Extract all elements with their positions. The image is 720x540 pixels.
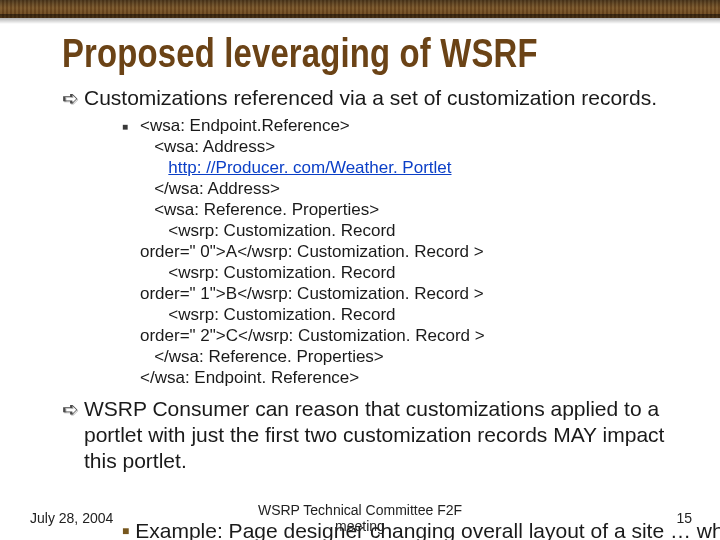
code-line: </wsa: Endpoint. Reference> — [140, 368, 359, 387]
code-line: <wsa: Reference. Properties> — [140, 200, 379, 219]
xml-code-block: <wsa: Endpoint.Reference> <wsa: Address>… — [140, 115, 485, 388]
code-line: <wsa: Endpoint.Reference> — [140, 116, 350, 135]
footer-center: WSRP Technical Committee F2F meeting — [220, 502, 500, 534]
code-line: order=" 1">B</wsrp: Customization. Recor… — [140, 284, 484, 303]
url-link[interactable]: http: //Producer. com/Weather. Portlet — [168, 158, 451, 177]
bullet-text: WSRP Consumer can reason that customizat… — [84, 396, 702, 474]
bullet-item: ➪ Customizations referenced via a set of… — [62, 85, 702, 111]
decorative-top-band — [0, 0, 720, 24]
code-line: </wsa: Reference. Properties> — [140, 347, 384, 366]
footer-center-line2: meeting — [335, 518, 385, 534]
bullet-item: ➪ WSRP Consumer can reason that customiz… — [62, 396, 702, 474]
slide-content: ➪ Customizations referenced via a set of… — [0, 85, 720, 474]
square-bullet-icon: ■ — [122, 524, 129, 538]
arrow-icon: ➪ — [62, 85, 84, 111]
slide-title: Proposed leveraging of WSRF — [0, 24, 720, 85]
code-subitem: ■ <wsa: Endpoint.Reference> <wsa: Addres… — [122, 115, 702, 388]
code-line: <wsrp: Customization. Record — [140, 221, 396, 240]
footer-center-line1: WSRP Technical Committee F2F — [258, 502, 462, 518]
code-line: <wsrp: Customization. Record — [140, 263, 396, 282]
code-line: order=" 0">A</wsrp: Customization. Recor… — [140, 242, 484, 261]
code-line: </wsa: Address> — [140, 179, 280, 198]
footer-date: July 28, 2004 — [30, 510, 113, 526]
code-line: <wsa: Address> — [140, 137, 275, 156]
code-line-prefix — [140, 158, 168, 177]
band-shadow — [0, 0, 720, 8]
code-line: order=" 2">C</wsrp: Customization. Recor… — [140, 326, 485, 345]
code-line: <wsrp: Customization. Record — [140, 305, 396, 324]
square-bullet-icon: ■ — [122, 115, 140, 137]
footer-page-number: 15 — [676, 510, 692, 526]
arrow-icon: ➪ — [62, 396, 84, 422]
bullet-text: Customizations referenced via a set of c… — [84, 85, 702, 111]
